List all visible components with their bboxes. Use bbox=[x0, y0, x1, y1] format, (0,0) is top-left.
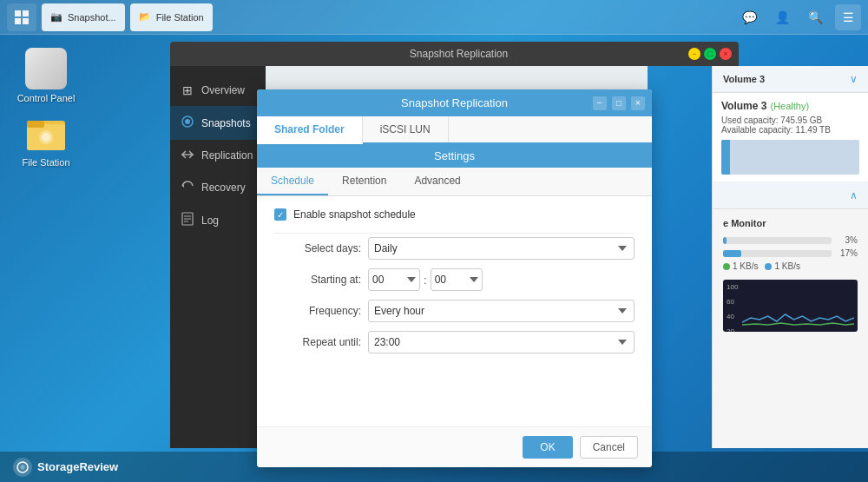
monitor-pct-1: 3% bbox=[837, 235, 858, 245]
snapshot-tab-label: Snapshot... bbox=[68, 12, 116, 23]
volume-chevron-down[interactable]: ∨ bbox=[850, 73, 858, 85]
dialog-overlay: Snapshot Replication − □ × Shared Folder… bbox=[170, 42, 739, 450]
repeat-until-label: Repeat until: bbox=[274, 336, 361, 348]
used-capacity: Used capacity: 745.95 GB bbox=[721, 116, 859, 125]
user-btn[interactable]: 👤 bbox=[769, 4, 795, 30]
monitor-bar-bg-1 bbox=[723, 237, 832, 244]
speed-indicators: 1 KB/s 1 KB/s bbox=[723, 261, 858, 271]
enable-snapshot-label: Enable snapshot schedule bbox=[293, 208, 416, 221]
dialog-minimize-btn[interactable]: − bbox=[593, 96, 607, 110]
bottom-logo: StorageReview bbox=[13, 458, 118, 477]
settings-tabs: Schedule Retention Advanced bbox=[257, 168, 652, 196]
frequency-dropdown[interactable]: Every hour Every 30 minutes Every 2 hour… bbox=[368, 300, 635, 322]
hour-select[interactable]: 0001061218 bbox=[368, 268, 420, 291]
enable-snapshot-row: ✓ Enable snapshot schedule bbox=[274, 208, 635, 221]
settings-tab-advanced[interactable]: Advanced bbox=[400, 168, 474, 195]
snapshot-app-tab[interactable]: 📷 Snapshot... bbox=[42, 3, 125, 31]
ok-button[interactable]: OK bbox=[523, 436, 572, 459]
control-panel-label: Control Panel bbox=[17, 93, 76, 103]
tab-shared-folder[interactable]: Shared Folder bbox=[257, 116, 363, 144]
svg-rect-6 bbox=[27, 121, 44, 128]
select-days-label: Select days: bbox=[274, 242, 361, 254]
svg-rect-1 bbox=[23, 10, 29, 17]
menu-btn[interactable]: ☰ bbox=[835, 4, 861, 30]
monitor-bar-1: 3% bbox=[723, 235, 858, 245]
select-days-dropdown[interactable]: Daily Weekly Monthly bbox=[368, 237, 635, 260]
dialog-close-btn[interactable]: × bbox=[631, 96, 645, 110]
monitor-bar-bg-2 bbox=[723, 250, 832, 257]
monitor-title: e Monitor bbox=[723, 218, 858, 228]
time-colon: : bbox=[424, 274, 427, 287]
cancel-button[interactable]: Cancel bbox=[580, 436, 638, 459]
taskbar-left: 📷 Snapshot... 📂 File Station bbox=[7, 3, 213, 31]
monitor-pct-2: 17% bbox=[837, 248, 858, 258]
chat-btn[interactable]: 💬 bbox=[736, 4, 762, 30]
minute-select[interactable]: 00153045 bbox=[431, 268, 483, 291]
time-group: 0001061218 : 00153045 bbox=[368, 268, 483, 291]
settings-header: Settings bbox=[257, 144, 652, 168]
search-btn[interactable]: 🔍 bbox=[802, 4, 828, 30]
grid-icon-btn[interactable] bbox=[7, 3, 36, 31]
file-station-img bbox=[25, 112, 67, 154]
taskbar-right: 💬 👤 🔍 ☰ bbox=[736, 4, 861, 30]
svg-point-8 bbox=[42, 133, 50, 142]
monitor-bar-2: 17% bbox=[723, 248, 858, 258]
taskbar-top: 📷 Snapshot... 📂 File Station 💬 👤 🔍 ☰ bbox=[0, 0, 868, 35]
svg-rect-3 bbox=[23, 18, 29, 24]
filestation-tab-label: File Station bbox=[156, 12, 204, 23]
empty-space bbox=[274, 362, 635, 414]
dialog-titlebar: Snapshot Replication − □ × bbox=[257, 89, 652, 116]
repeat-until-row: Repeat until: 23:00 22:00 21:00 bbox=[274, 331, 635, 353]
settings-body: ✓ Enable snapshot schedule Select days: … bbox=[257, 196, 652, 426]
control-panel-img bbox=[25, 48, 67, 89]
frequency-label: Frequency: bbox=[274, 305, 361, 317]
desktop-icons: Control Panel File Station bbox=[16, 48, 76, 168]
available-capacity: Available capacity: 11.49 TB bbox=[721, 125, 859, 135]
divider-1 bbox=[274, 233, 635, 234]
dialog-title: Snapshot Replication bbox=[401, 96, 508, 109]
frequency-row: Frequency: Every hour Every 30 minutes E… bbox=[274, 300, 635, 322]
settings-tab-retention[interactable]: Retention bbox=[328, 168, 400, 195]
dialog-title-controls: − □ × bbox=[593, 96, 645, 110]
speed-dot-2: 1 KB/s bbox=[765, 261, 799, 271]
monitor-graph: 100 60 40 20 bbox=[723, 280, 858, 332]
dialog-outer-tabs: Shared Folder iSCSI LUN bbox=[257, 116, 652, 144]
filestation-app-tab[interactable]: 📂 File Station bbox=[130, 3, 213, 31]
second-chevron-up[interactable]: ∧ bbox=[850, 189, 858, 201]
control-panel-icon[interactable]: Control Panel bbox=[16, 48, 76, 103]
select-days-row: Select days: Daily Weekly Monthly bbox=[274, 237, 635, 260]
speed-2-label: 1 KB/s bbox=[774, 261, 799, 271]
capacity-bar-visual bbox=[721, 140, 859, 175]
svg-rect-0 bbox=[15, 10, 21, 17]
file-station-icon[interactable]: File Station bbox=[16, 112, 76, 168]
volume-status: (Healthy) bbox=[770, 101, 809, 111]
enable-snapshot-checkbox[interactable]: ✓ bbox=[274, 208, 286, 221]
graph-svg bbox=[742, 283, 854, 328]
svg-rect-2 bbox=[15, 18, 21, 24]
file-station-label: File Station bbox=[22, 157, 69, 168]
snapshot-replication-dialog: Snapshot Replication − □ × Shared Folder… bbox=[257, 89, 652, 467]
settings-tab-schedule[interactable]: Schedule bbox=[257, 168, 328, 195]
blue-dot bbox=[765, 263, 772, 270]
dialog-footer: OK Cancel bbox=[257, 426, 652, 467]
repeat-until-dropdown[interactable]: 23:00 22:00 21:00 bbox=[368, 331, 635, 353]
logo-circle bbox=[13, 458, 32, 477]
tab-iscsi-lun[interactable]: iSCSI LUN bbox=[363, 116, 449, 142]
starting-at-row: Starting at: 0001061218 : 00153045 bbox=[274, 268, 635, 291]
logo-text: StorageReview bbox=[37, 460, 118, 473]
dialog-maximize-btn[interactable]: □ bbox=[612, 96, 626, 110]
starting-at-label: Starting at: bbox=[274, 274, 361, 286]
